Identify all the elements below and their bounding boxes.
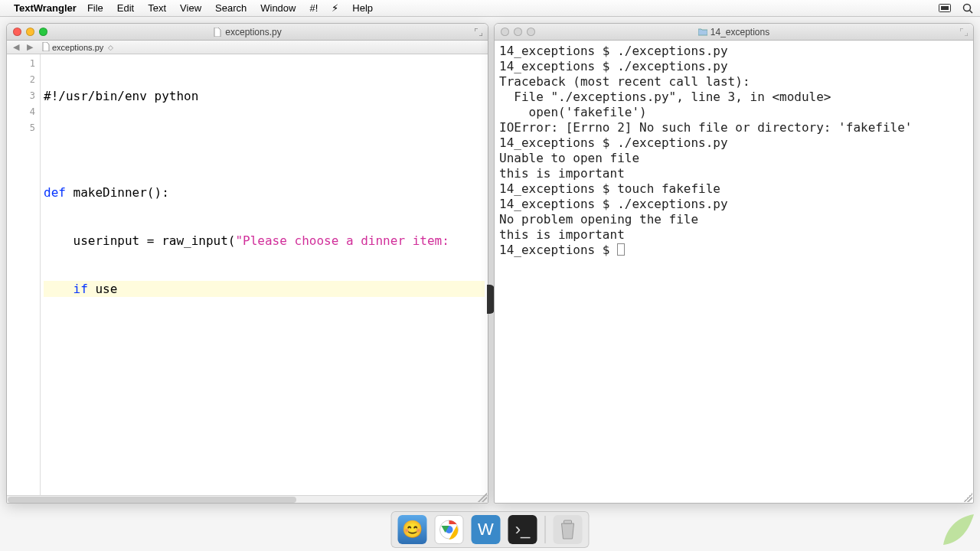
terminal-line: 14_exceptions $ ./exceptions.py [499, 44, 728, 58]
terminal-window: 14_exceptions 14_exceptions $ ./exceptio… [494, 23, 974, 504]
menu-shebang[interactable]: #! [309, 2, 318, 14]
terminal-line: No problem opening the file [499, 212, 698, 227]
horizontal-scrollbar[interactable] [7, 495, 488, 503]
terminal-line: 14_exceptions $ ./exceptions.py [499, 197, 728, 211]
app-name[interactable]: TextWrangler [14, 2, 77, 14]
terminal-line: Unable to open file [499, 151, 639, 165]
resize-handle[interactable] [963, 493, 972, 502]
svg-rect-1 [941, 6, 949, 10]
svg-point-2 [964, 4, 971, 11]
current-line: if use [44, 281, 485, 297]
dock-chrome[interactable] [435, 515, 464, 544]
code-area[interactable]: #!/usr/bin/env python def makeDinner(): … [41, 54, 488, 495]
terminal-line: 14_exceptions $ ./exceptions.py [499, 135, 728, 150]
terminal-line: this is important [499, 166, 625, 181]
terminal-line: open('fakefile') [499, 105, 647, 119]
document-icon [42, 42, 50, 53]
terminal-window-title: 14_exceptions [495, 27, 973, 37]
menu-text[interactable]: Text [148, 2, 166, 14]
terminal-line: Traceback (most recent call last): [499, 74, 750, 89]
scroll-thumb[interactable] [8, 497, 296, 503]
terminal-cursor [617, 243, 625, 256]
editor-nav-bar: ◀ ▶ exceptions.py ◇ [7, 41, 488, 54]
menu-search[interactable]: Search [215, 2, 247, 14]
dock-trash[interactable] [554, 515, 583, 544]
terminal-line: this is important [499, 227, 625, 242]
menu-edit[interactable]: Edit [117, 2, 134, 14]
menu-file[interactable]: File [87, 2, 103, 14]
nav-forward-button[interactable]: ▶ [24, 42, 36, 53]
svg-line-3 [970, 10, 973, 13]
menu-window[interactable]: Window [260, 2, 296, 14]
dock-textwrangler[interactable]: W [472, 515, 501, 544]
folder-icon [698, 28, 707, 37]
nav-dropdown-icon[interactable]: ◇ [108, 44, 113, 51]
terminal-output[interactable]: 14_exceptions $ ./exceptions.py 14_excep… [495, 41, 973, 503]
terminal-prompt: 14_exceptions $ [499, 243, 617, 257]
terminal-line: IOError: [Errno 2] No such file or direc… [499, 120, 912, 135]
svg-rect-6 [564, 520, 572, 523]
dock-terminal[interactable]: ›_ [508, 515, 537, 544]
spotlight-search-icon[interactable] [962, 2, 974, 15]
document-icon [213, 28, 222, 37]
menu-scripts[interactable]: ⚡︎ [332, 2, 338, 14]
editor-titlebar[interactable]: exceptions.py [7, 24, 488, 41]
nav-filename[interactable]: exceptions.py [52, 43, 103, 52]
menu-help[interactable]: Help [352, 2, 373, 14]
terminal-titlebar[interactable]: 14_exceptions [495, 24, 973, 41]
editor-window-title: exceptions.py [7, 27, 488, 37]
dock: 😊 W ›_ [391, 511, 590, 548]
editor-window: exceptions.py ◀ ▶ exceptions.py ◇ 1 2 3 … [6, 23, 488, 504]
editor-body[interactable]: 1 2 3 4 5 #!/usr/bin/env python def make… [7, 54, 488, 495]
nav-back-button[interactable]: ◀ [10, 42, 22, 53]
screen-mirror-icon[interactable] [939, 2, 951, 15]
line-number-gutter: 1 2 3 4 5 [7, 54, 41, 495]
terminal-line: 14_exceptions $ ./exceptions.py [499, 59, 728, 73]
leaf-watermark-icon [942, 513, 975, 546]
dock-separator [545, 516, 546, 543]
terminal-line: 14_exceptions $ touch fakefile [499, 181, 720, 196]
menu-bar: TextWrangler File Edit Text View Search … [0, 0, 980, 17]
menu-view[interactable]: View [180, 2, 201, 14]
resize-handle[interactable] [478, 493, 487, 502]
dock-finder[interactable]: 😊 [398, 515, 427, 544]
terminal-line: File "./exceptions.py", line 3, in <modu… [499, 90, 831, 104]
